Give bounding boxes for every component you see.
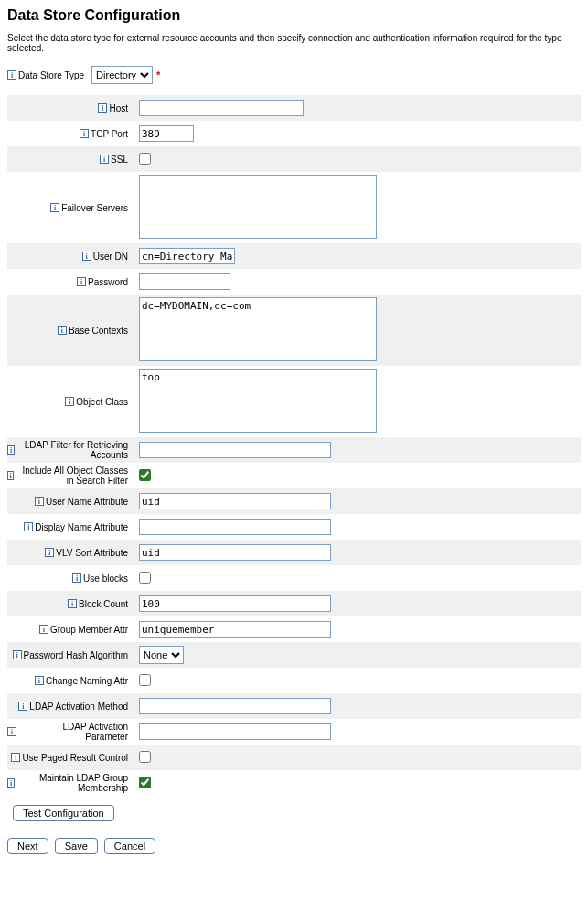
use-paged-result-label: Use Paged Result Control	[22, 753, 128, 763]
maintain-ldap-group-checkbox[interactable]	[139, 777, 151, 788]
next-button[interactable]: Next	[7, 838, 48, 854]
password-input[interactable]	[139, 273, 230, 290]
info-icon[interactable]: i	[58, 326, 67, 335]
ldap-filter-label: LDAP Filter for Retrieving Accounts	[16, 440, 128, 460]
page-description: Select the data store type for external …	[7, 33, 581, 53]
page-title: Data Store Configuration	[7, 7, 581, 24]
info-icon[interactable]: i	[35, 497, 44, 506]
ldap-activation-method-input[interactable]	[139, 698, 331, 714]
block-count-input[interactable]	[139, 595, 331, 612]
tcp-port-input[interactable]	[139, 125, 194, 142]
info-icon[interactable]: i	[11, 753, 20, 762]
block-count-label: Block Count	[79, 599, 128, 609]
base-contexts-label: Base Contexts	[69, 326, 128, 336]
ldap-activation-param-label: LDAP Activation Parameter	[18, 722, 128, 742]
ldap-filter-input[interactable]	[139, 442, 331, 458]
info-icon[interactable]: i	[7, 727, 16, 736]
maintain-ldap-group-label: Maintain LDAP Group Membership	[16, 773, 128, 793]
display-name-attr-input[interactable]	[139, 519, 331, 535]
base-contexts-textarea[interactable]: dc=MYDOMAIN,dc=com	[139, 297, 377, 361]
info-icon[interactable]: i	[7, 445, 15, 455]
include-all-obj-classes-label: Include All Object Classes in Search Fil…	[16, 466, 128, 486]
info-icon[interactable]: i	[39, 625, 48, 634]
display-name-attr-label: Display Name Attribute	[35, 522, 128, 532]
pwd-hash-alg-select[interactable]: None	[139, 646, 184, 664]
info-icon[interactable]: i	[7, 70, 16, 80]
info-icon[interactable]: i	[7, 471, 14, 480]
ssl-label: SSL	[111, 155, 128, 165]
user-dn-input[interactable]	[139, 248, 235, 264]
ldap-activation-param-input[interactable]	[139, 723, 331, 740]
change-naming-attr-label: Change Naming Attr	[46, 676, 128, 686]
info-icon[interactable]: i	[72, 573, 81, 583]
info-icon[interactable]: i	[45, 548, 54, 557]
host-label: Host	[109, 103, 128, 113]
pwd-hash-alg-label: Password Hash Algorithm	[24, 650, 129, 660]
required-marker: *	[156, 70, 160, 80]
info-icon[interactable]: i	[13, 650, 22, 659]
user-name-attr-input[interactable]	[139, 493, 331, 509]
info-icon[interactable]: i	[82, 252, 91, 261]
info-icon[interactable]: i	[50, 203, 59, 212]
info-icon[interactable]: i	[98, 103, 107, 113]
host-input[interactable]	[139, 100, 304, 116]
data-store-type-row: i Data Store Type Directory *	[7, 66, 581, 84]
group-member-attr-input[interactable]	[139, 621, 331, 638]
info-icon[interactable]: i	[7, 778, 15, 788]
use-blocks-checkbox[interactable]	[139, 572, 151, 584]
cancel-button[interactable]: Cancel	[104, 838, 155, 854]
vlv-sort-attr-label: VLV Sort Attribute	[56, 548, 128, 558]
change-naming-attr-checkbox[interactable]	[139, 674, 151, 686]
info-icon[interactable]: i	[18, 702, 27, 711]
info-icon[interactable]: i	[68, 599, 77, 608]
object-class-label: Object Class	[76, 397, 128, 407]
failover-servers-label: Failover Servers	[61, 203, 128, 213]
include-all-obj-classes-checkbox[interactable]	[139, 469, 151, 481]
object-class-textarea[interactable]: top	[139, 369, 377, 433]
tcp-port-label: TCP Port	[91, 129, 128, 139]
info-icon[interactable]: i	[80, 129, 89, 138]
password-label: Password	[88, 277, 128, 287]
group-member-attr-label: Group Member Attr	[50, 625, 128, 635]
failover-servers-textarea[interactable]	[139, 175, 377, 239]
data-store-type-label: Data Store Type	[18, 70, 84, 80]
info-icon[interactable]: i	[100, 155, 109, 164]
ldap-activation-method-label: LDAP Activation Method	[29, 702, 128, 712]
use-paged-result-checkbox[interactable]	[139, 751, 151, 763]
info-icon[interactable]: i	[77, 277, 86, 286]
test-configuration-button[interactable]: Test Configuration	[13, 805, 114, 821]
data-store-type-select[interactable]: Directory	[91, 66, 153, 84]
ssl-checkbox[interactable]	[139, 153, 151, 165]
user-dn-label: User DN	[93, 252, 128, 262]
save-button[interactable]: Save	[55, 838, 98, 854]
vlv-sort-attr-input[interactable]	[139, 544, 331, 561]
info-icon[interactable]: i	[65, 397, 74, 406]
info-icon[interactable]: i	[35, 676, 44, 685]
user-name-attr-label: User Name Attribute	[46, 497, 128, 507]
info-icon[interactable]: i	[24, 522, 33, 531]
use-blocks-label: Use blocks	[83, 573, 128, 584]
